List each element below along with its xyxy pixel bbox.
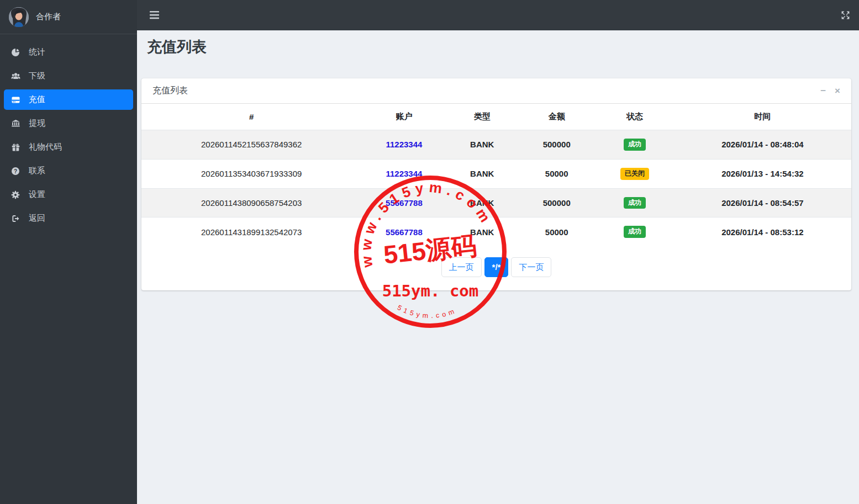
sign-out-icon [11, 214, 22, 223]
col-time: 时间 [674, 104, 851, 130]
sidebar-toggle-button[interactable] [150, 11, 160, 19]
hamburger-icon [150, 11, 160, 19]
col-account: 账户 [361, 104, 446, 130]
sidebar-item-label: 联系 [29, 166, 45, 176]
status-badge: 成功 [624, 226, 646, 238]
prev-page-button[interactable]: 上一页 [441, 257, 482, 277]
table-header-row: # 账户 类型 金额 状态 时间 [141, 104, 851, 130]
pagination: 上一页 */* 下一页 [141, 246, 851, 290]
order-id: 2026011431899132542073 [141, 217, 361, 246]
type-cell: BANK [447, 217, 518, 246]
col-type: 类型 [447, 104, 518, 130]
user-name: 合作者 [36, 12, 61, 22]
collapse-icon[interactable]: − [820, 86, 826, 96]
order-id: 2026011353403671933309 [141, 159, 361, 188]
recharge-table: # 账户 类型 金额 状态 时间 2026011452155637849362 … [141, 104, 851, 246]
expand-arrows-icon [841, 10, 850, 20]
table-row: 2026011353403671933309 11223344 BANK 500… [141, 159, 851, 188]
order-id: 2026011438090658754203 [141, 188, 361, 217]
question-circle-icon: ? [11, 167, 22, 176]
sidebar-item-label: 充值 [29, 94, 45, 105]
bank-icon [11, 119, 22, 128]
topbar [137, 0, 859, 30]
gear-icon [11, 190, 22, 199]
sidebar: 合作者 统计 下级 [0, 0, 137, 504]
main-area: 充值列表 充值列表 − × # 账户 类型 [137, 0, 859, 504]
table-row: 2026011431899132542073 55667788 BANK 500… [141, 217, 851, 246]
type-cell: BANK [447, 188, 518, 217]
account-link[interactable]: 55667788 [386, 198, 423, 208]
table-row: 2026011452155637849362 11223344 BANK 500… [141, 130, 851, 160]
avatar [9, 7, 29, 27]
card-title: 充值列表 [152, 85, 188, 97]
time-cell: 2026/01/14 - 08:53:12 [674, 217, 851, 246]
content: 充值列表 充值列表 − × # 账户 类型 [137, 30, 859, 504]
sidebar-item-subordinates[interactable]: 下级 [4, 66, 133, 86]
order-id: 2026011452155637849362 [141, 130, 361, 160]
sidebar-item-label: 下级 [29, 71, 45, 81]
time-cell: 2026/01/14 - 08:48:04 [674, 130, 851, 160]
sidebar-item-label: 设置 [29, 189, 45, 200]
next-page-button[interactable]: 下一页 [511, 257, 551, 277]
status-badge: 成功 [624, 139, 646, 151]
account-link[interactable]: 11223344 [386, 169, 422, 178]
sidebar-item-label: 返回 [29, 213, 45, 224]
account-link[interactable]: 11223344 [386, 140, 422, 149]
sidebar-item-settings[interactable]: 设置 [4, 184, 133, 205]
amount-cell: 50000 [518, 159, 595, 188]
close-icon[interactable]: × [835, 86, 840, 96]
pie-chart-icon [11, 48, 22, 57]
user-panel[interactable]: 合作者 [0, 0, 137, 34]
sidebar-item-gift-code[interactable]: 礼物代码 [4, 137, 133, 157]
type-cell: BANK [447, 130, 518, 160]
amount-cell: 500000 [518, 188, 595, 217]
amount-cell: 50000 [518, 217, 595, 246]
sidebar-item-stats[interactable]: 统计 [4, 42, 133, 62]
fullscreen-button[interactable] [841, 10, 850, 20]
status-badge: 成功 [624, 197, 646, 209]
sidebar-item-label: 统计 [29, 47, 45, 57]
svg-text:?: ? [14, 168, 17, 174]
time-cell: 2026/01/13 - 14:54:32 [674, 159, 851, 188]
col-amount: 金额 [518, 104, 595, 130]
status-badge: 已关闭 [620, 168, 649, 180]
current-page-button[interactable]: */* [484, 257, 509, 277]
type-cell: BANK [447, 159, 518, 188]
time-cell: 2026/01/14 - 08:54:57 [674, 188, 851, 217]
sidebar-item-withdraw[interactable]: 提现 [4, 113, 133, 134]
table-row: 2026011438090658754203 55667788 BANK 500… [141, 188, 851, 217]
sidebar-item-recharge[interactable]: 充值 [4, 89, 133, 110]
col-status: 状态 [595, 104, 673, 130]
sidebar-item-contact[interactable]: ? 联系 [4, 161, 133, 181]
sidebar-item-label: 提现 [29, 118, 45, 129]
col-id: # [141, 104, 361, 130]
card-header: 充值列表 − × [141, 78, 851, 104]
account-link[interactable]: 55667788 [386, 227, 423, 237]
users-icon [11, 72, 22, 81]
sidebar-nav: 统计 下级 充值 [0, 34, 137, 229]
sidebar-item-label: 礼物代码 [29, 142, 62, 152]
page-title: 充值列表 [147, 38, 851, 56]
gift-icon [11, 143, 22, 152]
credit-card-icon [11, 96, 22, 104]
recharge-list-card: 充值列表 − × # 账户 类型 金额 状态 [141, 78, 851, 290]
sidebar-item-back[interactable]: 返回 [4, 208, 133, 229]
amount-cell: 500000 [518, 130, 595, 160]
